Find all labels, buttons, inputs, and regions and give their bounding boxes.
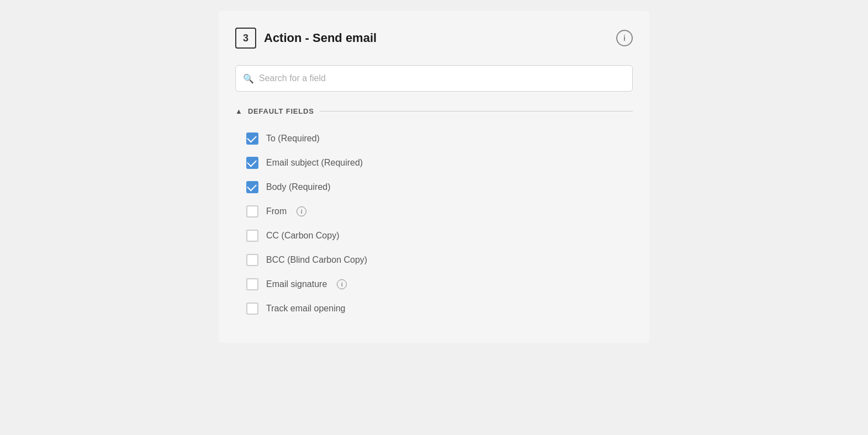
field-item-email_subject[interactable]: Email subject (Required) bbox=[235, 151, 633, 175]
search-container: 🔍 bbox=[235, 65, 633, 92]
section-header: ▲ DEFAULT FIELDS bbox=[235, 107, 633, 115]
checkbox-to[interactable] bbox=[246, 132, 258, 145]
field-item-email_signature[interactable]: Email signaturei bbox=[235, 272, 633, 296]
header-left: 3 Action - Send email bbox=[235, 28, 377, 49]
field-label-cc: CC (Carbon Copy) bbox=[266, 231, 339, 241]
chevron-up-icon[interactable]: ▲ bbox=[235, 107, 242, 115]
field-label-to: To (Required) bbox=[266, 134, 320, 144]
field-label-from: From bbox=[266, 206, 287, 216]
checkbox-email_subject[interactable] bbox=[246, 157, 258, 169]
field-label-email_subject: Email subject (Required) bbox=[266, 158, 363, 168]
field-item-track_email[interactable]: Track email opening bbox=[235, 296, 633, 321]
field-label-email_signature: Email signature bbox=[266, 279, 327, 289]
field-list: To (Required)Email subject (Required)Bod… bbox=[235, 126, 633, 321]
search-input[interactable] bbox=[235, 65, 633, 92]
field-label-bcc: BCC (Blind Carbon Copy) bbox=[266, 255, 367, 265]
info-icon-from[interactable]: i bbox=[297, 206, 306, 216]
field-item-cc[interactable]: CC (Carbon Copy) bbox=[235, 224, 633, 248]
field-item-from[interactable]: Fromi bbox=[235, 199, 633, 224]
checkbox-email_signature[interactable] bbox=[246, 278, 258, 290]
checkbox-from[interactable] bbox=[246, 205, 258, 217]
section-title: DEFAULT FIELDS bbox=[248, 107, 314, 115]
info-icon-email_signature[interactable]: i bbox=[337, 279, 347, 289]
section-divider bbox=[320, 111, 633, 112]
field-label-track_email: Track email opening bbox=[266, 304, 345, 314]
field-item-bcc[interactable]: BCC (Blind Carbon Copy) bbox=[235, 248, 633, 272]
checkbox-track_email[interactable] bbox=[246, 303, 258, 315]
checkbox-cc[interactable] bbox=[246, 230, 258, 242]
checkbox-bcc[interactable] bbox=[246, 254, 258, 266]
panel-title: Action - Send email bbox=[264, 31, 377, 45]
field-label-body: Body (Required) bbox=[266, 182, 331, 192]
field-item-body[interactable]: Body (Required) bbox=[235, 175, 633, 199]
action-panel: 3 Action - Send email i 🔍 ▲ DEFAULT FIEL… bbox=[219, 11, 649, 343]
step-badge: 3 bbox=[235, 28, 256, 49]
panel-header: 3 Action - Send email i bbox=[235, 28, 633, 49]
header-info-button[interactable]: i bbox=[616, 30, 633, 46]
checkbox-body[interactable] bbox=[246, 181, 258, 193]
field-item-to[interactable]: To (Required) bbox=[235, 126, 633, 151]
